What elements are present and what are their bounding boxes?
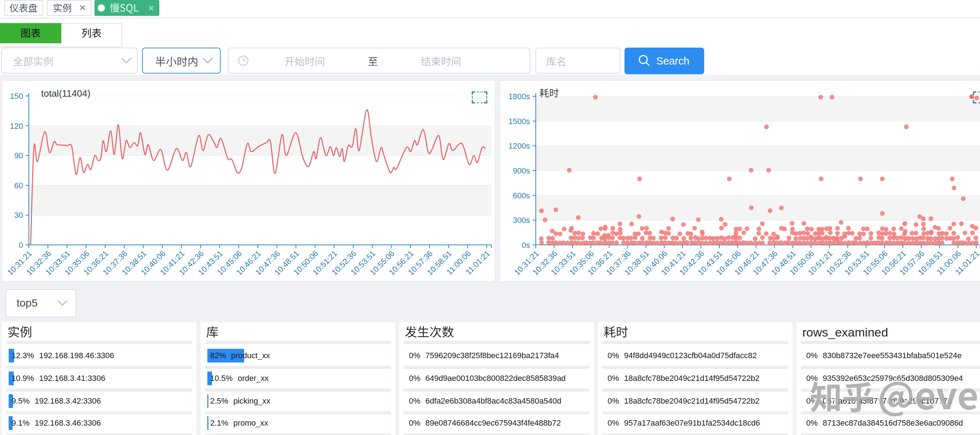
svg-text:0s: 0s xyxy=(522,241,530,250)
svg-text:1200s: 1200s xyxy=(508,142,530,150)
svg-text:900s: 900s xyxy=(513,166,530,175)
svg-text:30: 30 xyxy=(14,210,23,220)
svg-text:1800s: 1800s xyxy=(508,92,530,101)
svg-text:60: 60 xyxy=(14,181,23,190)
svg-text:90: 90 xyxy=(14,151,23,160)
svg-text:300s: 300s xyxy=(513,216,530,225)
svg-text:600s: 600s xyxy=(513,191,530,200)
svg-text:total(11404): total(11404) xyxy=(41,88,91,99)
svg-text:0: 0 xyxy=(19,241,23,250)
svg-text:150: 150 xyxy=(10,92,23,100)
svg-text:120: 120 xyxy=(10,121,23,131)
svg-text:1500s: 1500s xyxy=(508,117,530,126)
